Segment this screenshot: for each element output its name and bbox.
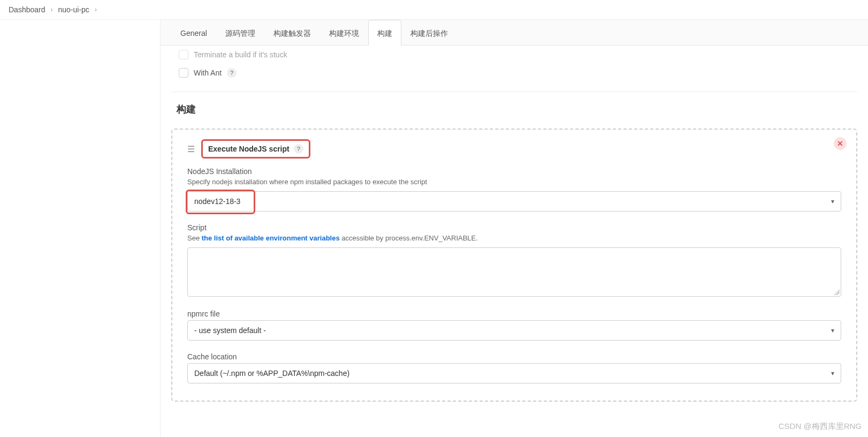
breadcrumb: Dashboard › nuo-ui-pc ›: [0, 0, 868, 20]
sidebar: [0, 20, 161, 437]
help-icon[interactable]: ?: [294, 144, 303, 154]
link-env-vars[interactable]: the list of available environment variab…: [202, 234, 340, 242]
checkbox-terminate[interactable]: [179, 50, 188, 59]
tab-post[interactable]: 构建后操作: [401, 20, 457, 46]
step-title: Execute NodeJS script: [208, 145, 290, 153]
checkbox-with-ant[interactable]: [179, 68, 188, 78]
chevron-down-icon: ▾: [831, 370, 834, 377]
chevron-down-icon: ▾: [831, 327, 834, 334]
tab-triggers[interactable]: 构建触发器: [264, 20, 320, 46]
chevron-down-icon: ▾: [831, 198, 834, 205]
help-icon[interactable]: ?: [227, 68, 237, 78]
label-nodejs-install: NodeJS Installation: [187, 167, 841, 176]
divider: [171, 92, 857, 92]
breadcrumb-item-dashboard[interactable]: Dashboard: [9, 5, 45, 14]
help-nodejs-install: Specify nodejs installation where npm in…: [187, 178, 841, 186]
chevron-right-icon: ›: [51, 6, 53, 13]
section-title-build: 构建: [177, 103, 857, 116]
label-cache: Cache location: [187, 352, 841, 361]
select-cache[interactable]: Default (~/.npm or %APP_DATA%\npm-cache)…: [187, 363, 841, 383]
select-npmrc[interactable]: - use system default - ▾: [187, 320, 841, 341]
remove-step-button[interactable]: ✕: [834, 137, 847, 150]
textarea-script[interactable]: [187, 247, 841, 297]
label-terminate: Terminate a build if it's stuck: [194, 50, 287, 59]
tab-bar: General 源码管理 构建触发器 构建环境 构建 构建后操作: [161, 20, 868, 46]
select-value: Default (~/.npm or %APP_DATA%\npm-cache): [194, 369, 349, 378]
chevron-right-icon: ›: [95, 6, 97, 13]
help-script: See the list of available environment va…: [187, 234, 841, 242]
select-value: nodev12-18-3: [194, 197, 240, 206]
tab-scm[interactable]: 源码管理: [216, 20, 264, 46]
label-npmrc: npmrc file: [187, 310, 841, 318]
drag-handle-icon[interactable]: ☰: [187, 144, 195, 154]
tab-general[interactable]: General: [171, 20, 216, 46]
tab-build[interactable]: 构建: [368, 20, 401, 46]
tab-env[interactable]: 构建环境: [320, 20, 368, 46]
select-nodejs-install[interactable]: nodev12-18-3 ▾: [187, 191, 841, 212]
label-script: Script: [187, 223, 841, 232]
build-step: ✕ ☰ Execute NodeJS script ? NodeJS Insta…: [171, 129, 857, 402]
select-value: - use system default -: [194, 326, 266, 335]
label-with-ant: With Ant: [194, 69, 222, 77]
breadcrumb-item-project[interactable]: nuo-ui-pc: [58, 5, 89, 14]
watermark: CSDN @梅西库里RNG: [779, 421, 862, 432]
